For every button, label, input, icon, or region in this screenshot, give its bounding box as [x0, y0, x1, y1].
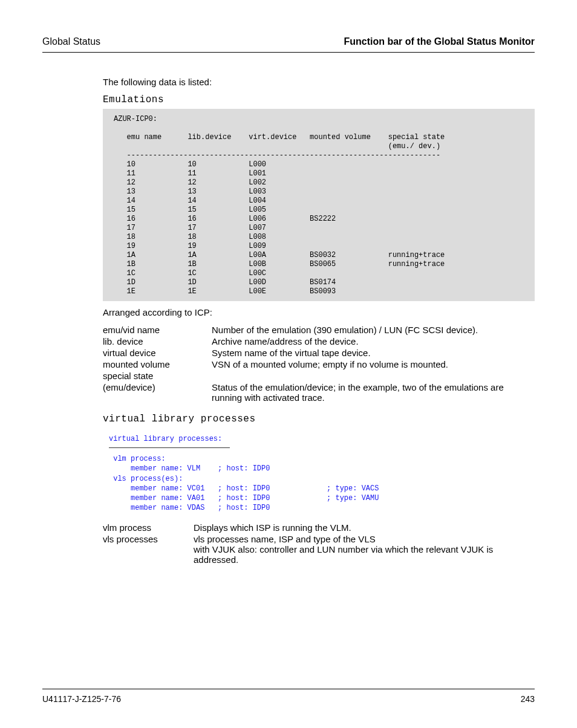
emulations-terminal: AZUR-ICP0: emu name lib.device virt.devi… [103, 109, 535, 301]
definition-row: virtual deviceSystem name of the virtual… [103, 348, 535, 358]
vlp-title-line: virtual library processes: [109, 434, 390, 444]
footer-right: 243 [521, 694, 535, 704]
definition-desc: Displays which ISP is running the VLM. [194, 522, 535, 533]
definition-row: lib. deviceArchive name/address of the d… [103, 336, 535, 346]
header-left: Global Status [42, 36, 100, 47]
definition-row: special state [103, 371, 535, 381]
page-footer: U41117-J-Z125-7-76 243 [42, 689, 535, 704]
page-header: Global Status Function bar of the Global… [42, 36, 535, 53]
definition-desc: vls processes name, ISP and type of the … [194, 534, 535, 565]
vlp-line: member name: VDAS ; host: IDP0 [109, 503, 390, 513]
definition-row: vls processesvls processes name, ISP and… [103, 534, 535, 565]
vlp-line: vlm process: [109, 454, 390, 464]
definition-term: vls processes [103, 534, 194, 565]
definition-list: emu/vid nameNumber of the emulation (390… [103, 325, 535, 403]
intro-text: The following data is listed: [103, 77, 535, 87]
definition-desc [212, 371, 535, 381]
definition-term: virtual device [103, 348, 212, 358]
definition-desc: VSN of a mounted volume; empty if no vol… [212, 359, 535, 369]
definition-term: emu/vid name [103, 325, 212, 335]
definition-row: (emu/device)Status of the emulation/devi… [103, 382, 535, 403]
vlp-line: vls process(es): [109, 474, 390, 484]
definition-term: special state [103, 371, 212, 381]
vlp-divider [109, 447, 230, 448]
definition-row: vlm processDisplays which ISP is running… [103, 522, 535, 533]
definition-term: vlm process [103, 522, 194, 533]
vlp-line: member name: VLM ; host: IDP0 [109, 464, 390, 473]
definition-desc: Archive name/address of the device. [212, 336, 535, 346]
vlp-terminal: virtual library processes: vlm process: … [103, 428, 399, 516]
definition-row: mounted volumeVSN of a mounted volume; e… [103, 359, 535, 369]
emulations-heading: Emulations [103, 94, 535, 105]
definition-desc: System name of the virtual tape device. [212, 348, 535, 358]
definition-term: mounted volume [103, 359, 212, 369]
footer-left: U41117-J-Z125-7-76 [42, 694, 121, 704]
arranged-text: Arranged according to ICP: [103, 307, 535, 317]
definition-row: emu/vid nameNumber of the emulation (390… [103, 325, 535, 335]
vlp-line: member name: VA01 ; host: IDP0 ; type: V… [109, 493, 390, 503]
definition-list-2: vlm processDisplays which ISP is running… [103, 522, 535, 565]
definition-term: (emu/device) [103, 382, 212, 403]
vlp-heading: virtual library processes [103, 414, 535, 424]
definition-term: lib. device [103, 336, 212, 346]
vlp-line: member name: VC01 ; host: IDP0 ; type: V… [109, 484, 390, 493]
definition-desc: Number of the emulation (390 emulation) … [212, 325, 535, 335]
page-content: The following data is listed: Emulations… [103, 77, 535, 665]
definition-desc: Status of the emulation/device; in the e… [212, 382, 535, 403]
header-right: Function bar of the Global Status Monito… [344, 36, 535, 47]
